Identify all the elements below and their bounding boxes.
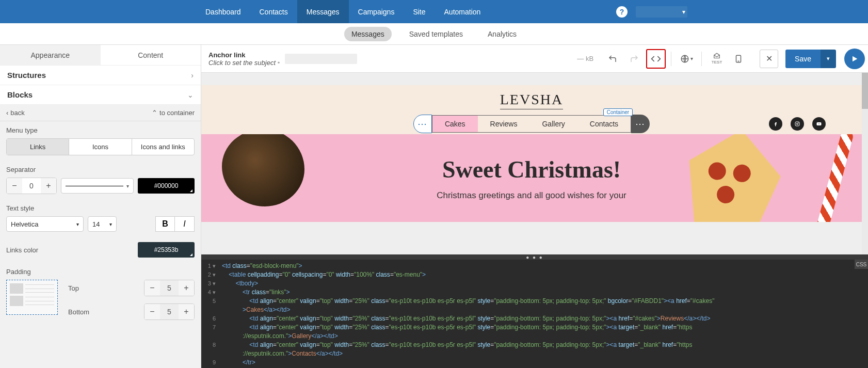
separator-minus[interactable]: − (7, 178, 22, 194)
menu-type-links[interactable]: Links (7, 139, 69, 155)
subject-placeholder[interactable] (285, 54, 357, 64)
menu-item-reviews[interactable]: Reviews (478, 116, 530, 132)
code-body[interactable]: <td class="esd-block-menu"> <table cellp… (222, 262, 868, 368)
font-value: Helvetica (11, 220, 38, 228)
to-container-button[interactable]: ⌃to container (152, 109, 195, 117)
block-handle-left[interactable]: ⋯ (413, 115, 432, 133)
subtab-saved-templates[interactable]: Saved templates (402, 27, 470, 41)
text-style-panel: Text style Helvetica▾ 14▾ B I (0, 199, 201, 237)
padding-top-label: Top (68, 284, 79, 292)
pinecone-image (222, 134, 304, 206)
save-button[interactable]: Save (785, 50, 821, 68)
split-handle[interactable]: ● ● ● (201, 254, 868, 260)
back-button[interactable]: ‹back (6, 109, 25, 117)
hero: Sweet Christmas! Christmas greetings and… (201, 134, 862, 222)
separator-plus[interactable]: + (41, 178, 56, 194)
separator-stepper: − + (6, 178, 57, 194)
accordion-structures[interactable]: Structures › (0, 66, 201, 85)
chevron-down-icon: ▾ (109, 221, 112, 227)
svg-point-5 (797, 123, 798, 125)
padding-bottom-stepper: − + (144, 303, 195, 320)
nav-site[interactable]: Site (404, 0, 435, 23)
top-nav: Dashboard Contacts Messages Campaigns Si… (0, 0, 868, 23)
sub-tabs: Messages Saved templates Analytics (0, 23, 868, 45)
brand-bar: LEVSHA ⋯ Container Cakes Reviews Gallery… (201, 85, 862, 134)
social-icons (769, 117, 826, 131)
font-size-select[interactable]: 14▾ (88, 216, 117, 232)
padding-bottom-label: Bottom (68, 308, 89, 316)
back-label: back (10, 109, 24, 117)
test-button[interactable]: TEST (707, 49, 727, 69)
menu-container[interactable]: Container Cakes Reviews Gallery Contacts (432, 115, 631, 133)
play-button[interactable] (844, 49, 865, 69)
test-label: TEST (712, 60, 722, 65)
bold-button[interactable]: B (155, 216, 175, 232)
hero-subtitle: Christmas greetings and all good wishes … (437, 190, 626, 201)
padding-panel: Padding Top − + (0, 263, 201, 325)
menu-item-contacts[interactable]: Contacts (577, 116, 631, 132)
close-button[interactable]: ✕ (760, 50, 778, 68)
user-menu[interactable]: ▾ (636, 6, 687, 18)
menu-type-icons[interactable]: Icons (69, 139, 131, 155)
top-nav-items: Dashboard Contacts Messages Campaigns Si… (196, 0, 490, 23)
dot: • (278, 59, 280, 67)
separator-label: Separator (6, 166, 195, 173)
links-color-chip[interactable]: #25353b (138, 242, 195, 258)
nav-automation[interactable]: Automation (435, 0, 490, 23)
to-container-label: to container (159, 109, 195, 117)
chevron-left-icon: ‹ (6, 109, 8, 117)
menu-item-cakes[interactable]: Cakes (432, 116, 478, 132)
subject-hint[interactable]: Click to set the subject • (208, 59, 280, 67)
padding-top-plus[interactable]: + (179, 280, 194, 296)
separator-color[interactable]: #000000 (138, 178, 195, 194)
youtube-icon[interactable] (812, 117, 826, 131)
padding-label: Padding (6, 268, 195, 276)
subtab-messages[interactable]: Messages (344, 27, 392, 41)
inner-header: ‹back ⌃to container (0, 105, 201, 121)
undo-button[interactable] (603, 49, 622, 69)
chevron-down-icon: ▾ (126, 183, 129, 189)
menu-type-panel: Menu type Links Icons Icons and links (0, 121, 201, 161)
menu-item-gallery[interactable]: Gallery (529, 116, 577, 132)
anchor-link-label: Anchor link (208, 51, 280, 59)
cookie-image (678, 134, 787, 222)
redo-button[interactable] (624, 49, 644, 69)
blocks-label: Blocks (7, 90, 33, 99)
tab-content[interactable]: Content (101, 45, 201, 65)
accordion-blocks[interactable]: Blocks ⌄ (0, 85, 201, 105)
menu-type-icons-links[interactable]: Icons and links (132, 139, 194, 155)
instagram-icon[interactable] (791, 117, 804, 131)
help-icon[interactable]: ? (616, 6, 628, 18)
code-view-button[interactable] (646, 49, 666, 69)
font-select[interactable]: Helvetica▾ (6, 216, 84, 232)
subtab-analytics[interactable]: Analytics (480, 27, 524, 41)
padding-bottom-plus[interactable]: + (179, 304, 194, 319)
editor-toolbar: Anchor link Click to set the subject • —… (201, 45, 868, 73)
padding-top-value[interactable] (160, 280, 179, 296)
padding-bottom-minus[interactable]: − (144, 304, 160, 319)
device-preview-button[interactable] (729, 49, 748, 69)
tab-appearance[interactable]: Appearance (0, 45, 101, 65)
text-style-label: Text style (6, 204, 195, 212)
nav-dashboard[interactable]: Dashboard (196, 0, 250, 23)
sidebar: Appearance Content Structures › Blocks ⌄… (0, 45, 201, 368)
separator-value[interactable] (22, 178, 41, 194)
italic-button[interactable]: I (175, 216, 195, 232)
padding-top-minus[interactable]: − (144, 280, 160, 296)
structures-label: Structures (7, 71, 46, 79)
canvas: LEVSHA ⋯ Container Cakes Reviews Gallery… (201, 73, 868, 254)
padding-preview[interactable] (6, 280, 58, 315)
menu-type-label: Menu type (6, 126, 195, 134)
candy-cane-image (805, 134, 851, 222)
save-dropdown[interactable]: ▾ (821, 50, 836, 68)
padding-bottom-value[interactable] (160, 304, 179, 319)
nav-campaigns[interactable]: Campaigns (349, 0, 404, 23)
language-button[interactable]: ▾ (677, 49, 696, 69)
canvas-scrollbar[interactable] (862, 73, 868, 254)
separator-style-select[interactable]: ▾ (61, 178, 134, 194)
nav-contacts[interactable]: Contacts (250, 0, 297, 23)
code-editor[interactable]: CSS 1 ▾2 ▾3 ▾4 ▾5 67 8 91011 <td class="… (201, 260, 868, 368)
facebook-icon[interactable] (769, 117, 782, 131)
block-handle-right[interactable]: ⋯ (631, 115, 650, 133)
nav-messages[interactable]: Messages (297, 0, 349, 23)
